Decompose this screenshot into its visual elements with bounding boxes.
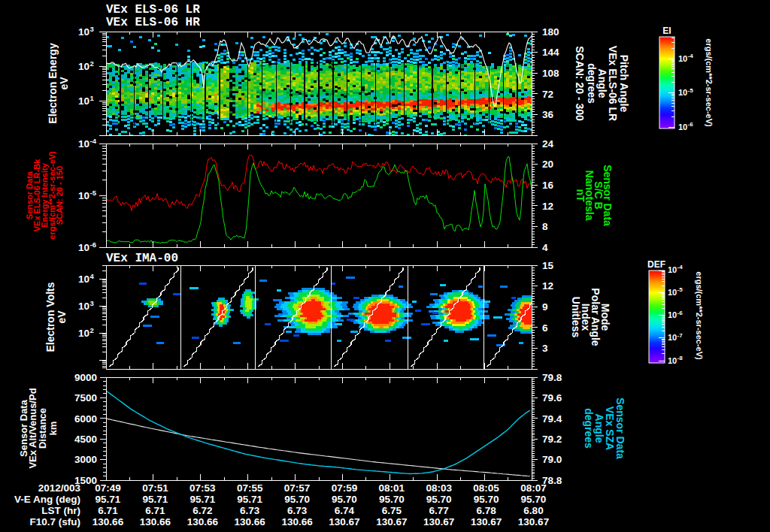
- svg-text:16: 16: [542, 180, 554, 191]
- svg-text:9000: 9000: [74, 372, 97, 383]
- svg-text:ergs/(cm**2-sr-sec-eV): ergs/(cm**2-sr-sec-eV): [705, 38, 714, 127]
- svg-text:15: 15: [542, 260, 554, 271]
- svg-text:07:55: 07:55: [237, 482, 263, 494]
- svg-text:10: 10: [668, 310, 677, 319]
- svg-text:6.78: 6.78: [476, 505, 496, 516]
- svg-text:km: km: [47, 422, 59, 436]
- svg-text:DEF: DEF: [647, 259, 665, 270]
- svg-text:2012/003: 2012/003: [38, 482, 81, 494]
- svg-text:130.66: 130.66: [140, 516, 171, 527]
- svg-text:4: 4: [542, 242, 548, 253]
- svg-text:130.67: 130.67: [471, 516, 502, 527]
- svg-text:-7: -7: [678, 332, 684, 339]
- svg-text:08:01: 08:01: [379, 482, 405, 494]
- svg-text:07:51: 07:51: [142, 482, 168, 494]
- svg-text:79.6: 79.6: [542, 392, 562, 404]
- svg-text:95.70: 95.70: [284, 494, 310, 505]
- svg-text:95.71: 95.71: [189, 494, 215, 505]
- svg-text:10: 10: [678, 88, 687, 97]
- svg-text:95.71: 95.71: [237, 494, 262, 505]
- svg-text:-4: -4: [678, 264, 684, 271]
- svg-text:130.66: 130.66: [281, 516, 313, 527]
- svg-text:10: 10: [78, 190, 89, 201]
- svg-text:07:53: 07:53: [189, 482, 216, 494]
- svg-text:Pitch Angle: Pitch Angle: [618, 55, 630, 113]
- svg-text:10: 10: [668, 288, 677, 297]
- svg-text:10: 10: [78, 328, 89, 339]
- svg-text:08:05: 08:05: [473, 482, 499, 494]
- svg-text:EI: EI: [662, 26, 671, 36]
- svg-text:6.77: 6.77: [429, 505, 449, 516]
- svg-text:VEx ELS-06 HR: VEx ELS-06 HR: [106, 16, 200, 29]
- svg-text:108: 108: [542, 68, 559, 79]
- svg-text:10: 10: [678, 122, 687, 131]
- svg-text:6.80: 6.80: [523, 505, 543, 516]
- svg-text:ergs/(cm**2-sr-sec-eV): ergs/(cm**2-sr-sec-eV): [695, 271, 704, 360]
- svg-text:SCAN: 20 - 300: SCAN: 20 - 300: [574, 46, 586, 121]
- svg-text:180: 180: [542, 26, 559, 38]
- svg-text:Electron Energy: Electron Energy: [47, 43, 59, 124]
- svg-text:VEx ELS-06 LR: VEx ELS-06 LR: [106, 3, 200, 17]
- svg-text:-4: -4: [90, 137, 97, 145]
- svg-text:eV: eV: [58, 77, 70, 90]
- svg-text:95.70: 95.70: [379, 494, 405, 505]
- svg-text:4500: 4500: [74, 434, 97, 445]
- svg-text:degrees: degrees: [586, 63, 598, 104]
- svg-text:08:07: 08:07: [520, 482, 547, 494]
- svg-text:3: 3: [90, 299, 94, 307]
- svg-text:10: 10: [78, 242, 89, 253]
- svg-text:SCAN: 20 - 150: SCAN: 20 - 150: [55, 166, 64, 225]
- svg-text:6.71: 6.71: [98, 505, 118, 516]
- svg-text:Unitless: Unitless: [570, 297, 582, 338]
- svg-text:12: 12: [542, 201, 553, 212]
- svg-text:F10.7 (sfu): F10.7 (sfu): [29, 516, 80, 527]
- svg-text:nT: nT: [574, 189, 587, 202]
- svg-text:130.66: 130.66: [92, 516, 124, 527]
- svg-text:95.70: 95.70: [332, 494, 357, 505]
- svg-text:10: 10: [668, 265, 677, 274]
- svg-text:-5: -5: [688, 87, 694, 94]
- svg-text:10: 10: [78, 301, 89, 312]
- svg-text:95.71: 95.71: [143, 494, 168, 505]
- svg-text:72: 72: [542, 89, 553, 100]
- svg-text:3000: 3000: [74, 454, 97, 465]
- svg-text:6.73: 6.73: [287, 505, 308, 516]
- svg-text:Electron Volts: Electron Volts: [44, 282, 56, 352]
- svg-text:130.67: 130.67: [423, 516, 454, 527]
- svg-text:130.67: 130.67: [329, 516, 359, 527]
- svg-text:07:49: 07:49: [95, 482, 121, 494]
- svg-text:6.72: 6.72: [192, 505, 212, 516]
- svg-text:-6: -6: [678, 310, 684, 316]
- svg-text:07:57: 07:57: [284, 482, 311, 494]
- svg-text:130.67: 130.67: [518, 516, 549, 527]
- svg-text:95.70: 95.70: [521, 494, 547, 505]
- svg-text:6000: 6000: [74, 413, 97, 425]
- svg-text:1: 1: [90, 94, 95, 102]
- svg-text:6.75: 6.75: [382, 505, 402, 516]
- svg-text:6: 6: [542, 322, 548, 334]
- svg-text:4: 4: [90, 272, 95, 280]
- svg-text:10: 10: [78, 61, 89, 72]
- svg-text:VEx IMA-00: VEx IMA-00: [106, 252, 178, 265]
- svg-text:36: 36: [542, 109, 554, 120]
- svg-text:144: 144: [542, 47, 559, 58]
- svg-text:10: 10: [78, 274, 89, 285]
- svg-text:130.66: 130.66: [235, 516, 266, 527]
- svg-text:6.74: 6.74: [335, 505, 355, 516]
- svg-text:10: 10: [668, 333, 677, 342]
- svg-text:79.0: 79.0: [542, 454, 562, 465]
- svg-text:10: 10: [668, 356, 677, 365]
- svg-text:3: 3: [90, 25, 94, 33]
- svg-text:79.4: 79.4: [542, 413, 562, 425]
- svg-text:7500: 7500: [74, 392, 97, 404]
- svg-text:-6: -6: [90, 240, 96, 249]
- svg-text:-5: -5: [678, 286, 684, 293]
- svg-text:6.71: 6.71: [145, 505, 165, 516]
- svg-text:10: 10: [78, 95, 89, 107]
- svg-text:95.70: 95.70: [474, 494, 499, 505]
- svg-text:79.2: 79.2: [542, 434, 562, 445]
- svg-text:10: 10: [678, 54, 687, 63]
- svg-text:130.66: 130.66: [187, 516, 219, 527]
- svg-text:95.71: 95.71: [95, 494, 121, 505]
- svg-text:24: 24: [542, 138, 554, 150]
